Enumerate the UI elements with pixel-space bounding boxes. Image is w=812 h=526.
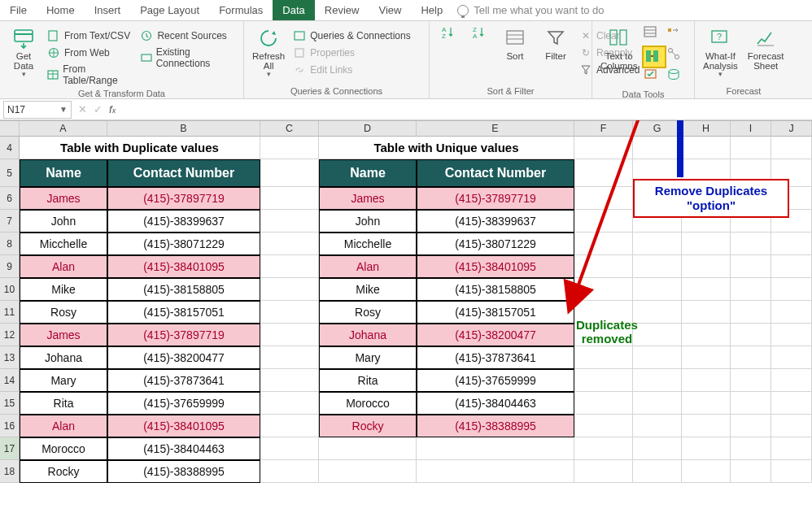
cell[interactable]	[633, 301, 682, 324]
menu-file[interactable]: File	[0, 0, 37, 20]
cell[interactable]	[771, 437, 812, 460]
col-header[interactable]: A	[20, 121, 107, 137]
cell-name[interactable]: Alan	[319, 255, 417, 278]
cell-name[interactable]: Micchelle	[20, 233, 107, 255]
cell[interactable]	[731, 301, 771, 324]
cell-name[interactable]: Mike	[319, 278, 417, 301]
get-data-button[interactable]: Get Data ▾	[5, 24, 42, 80]
cell[interactable]	[574, 159, 633, 187]
cell[interactable]	[260, 415, 319, 437]
cell[interactable]	[574, 369, 633, 392]
cell[interactable]	[633, 460, 682, 483]
cell[interactable]	[731, 369, 771, 392]
sort-asc-button[interactable]: AZ	[434, 24, 462, 41]
cell[interactable]	[771, 392, 812, 415]
filter-button[interactable]: Filter	[537, 24, 574, 63]
cell[interactable]	[260, 437, 319, 460]
tell-me-search[interactable]: Tell me what you want to do	[457, 0, 604, 20]
cell-contact[interactable]: (415)-37659999	[107, 392, 260, 415]
formula-input[interactable]	[122, 101, 812, 119]
col-header[interactable]: C	[260, 121, 319, 137]
col-header[interactable]: D	[319, 121, 417, 137]
from-table-range-button[interactable]: From Table/Range	[46, 63, 135, 87]
sort-button[interactable]: Sort	[496, 24, 534, 63]
from-web-button[interactable]: From Web	[46, 46, 135, 60]
cell[interactable]	[574, 415, 633, 437]
cell[interactable]	[682, 301, 731, 324]
cell[interactable]	[417, 460, 574, 483]
cell-name[interactable]: James	[319, 187, 417, 210]
cell-name[interactable]: Johana	[319, 324, 417, 346]
menu-help[interactable]: Help	[411, 0, 452, 20]
cell[interactable]	[319, 460, 417, 483]
cell-name[interactable]: Alan	[20, 255, 107, 278]
col-header[interactable]: I	[731, 121, 771, 137]
cell[interactable]	[574, 437, 633, 460]
enter-icon[interactable]: ✓	[94, 103, 103, 115]
cell-name[interactable]: Johana	[20, 346, 107, 369]
row-header[interactable]: 16	[0, 415, 20, 437]
recent-sources-button[interactable]: Recent Sources	[138, 28, 238, 43]
row-header[interactable]: 7	[0, 210, 20, 233]
row-header[interactable]: 12	[0, 324, 20, 346]
cell[interactable]	[574, 392, 633, 415]
cell[interactable]	[771, 460, 812, 483]
cell-name[interactable]: Alan	[20, 415, 107, 437]
cell-name[interactable]: Rita	[319, 369, 417, 392]
cell-name[interactable]: Mike	[20, 278, 107, 301]
cell-contact[interactable]: (415)-38071229	[417, 233, 574, 255]
cell[interactable]	[260, 392, 319, 415]
cell[interactable]	[682, 324, 731, 346]
cell[interactable]	[633, 415, 682, 437]
cell-name[interactable]: James	[20, 324, 107, 346]
cell-contact[interactable]: (415)-38404463	[417, 392, 574, 415]
cell[interactable]	[682, 437, 731, 460]
cell[interactable]	[417, 437, 574, 460]
cell[interactable]	[682, 137, 731, 159]
cell[interactable]	[633, 278, 682, 301]
cell[interactable]	[574, 278, 633, 301]
cell-contact[interactable]: (415)-38157051	[107, 301, 260, 324]
from-text-csv-button[interactable]: From Text/CSV	[46, 28, 135, 43]
cell[interactable]	[682, 415, 731, 437]
cell-name[interactable]: Rocky	[20, 460, 107, 483]
row-header[interactable]: 14	[0, 369, 20, 392]
cell-contact[interactable]: (415)-38388995	[417, 415, 574, 437]
data-model-icon[interactable]	[666, 68, 679, 81]
cell-contact[interactable]: (415)-38401095	[107, 255, 260, 278]
cell[interactable]	[574, 346, 633, 369]
cell-contact[interactable]: (415)-37897719	[107, 187, 260, 210]
relationships-icon[interactable]	[666, 47, 679, 60]
row-header[interactable]: 9	[0, 255, 20, 278]
cell[interactable]	[633, 369, 682, 392]
cell-name[interactable]: Mary	[319, 346, 417, 369]
cell-contact[interactable]: (415)-38399637	[107, 210, 260, 233]
cell[interactable]	[260, 278, 319, 301]
cell-contact[interactable]: (415)-37897719	[107, 324, 260, 346]
cell-contact[interactable]: (415)-38071229	[107, 233, 260, 255]
cell[interactable]	[260, 255, 319, 278]
cell-contact[interactable]: (415)-38200477	[417, 324, 574, 346]
cell[interactable]	[260, 369, 319, 392]
fx-icon[interactable]: fx	[109, 103, 116, 115]
cell-contact[interactable]: (415)-38388995	[107, 460, 260, 483]
row-header[interactable]: 18	[0, 460, 20, 483]
cell[interactable]	[260, 324, 319, 346]
col-header[interactable]: H	[682, 121, 731, 137]
cell-name[interactable]: Rita	[20, 392, 107, 415]
cell[interactable]	[260, 137, 319, 159]
text-to-columns-button[interactable]: Text to Columns	[597, 24, 640, 72]
cell-contact[interactable]: (415)-37897719	[417, 187, 574, 210]
cell-contact[interactable]: (415)-37873641	[107, 369, 260, 392]
remove-duplicates-button[interactable]	[644, 47, 665, 67]
cell[interactable]	[633, 392, 682, 415]
cell[interactable]	[574, 210, 633, 233]
cell[interactable]	[574, 137, 633, 159]
cell[interactable]	[260, 346, 319, 369]
refresh-all-button[interactable]: Refresh All ▾	[249, 24, 288, 80]
cell[interactable]	[633, 233, 682, 255]
cell[interactable]	[260, 210, 319, 233]
row-header[interactable]: 8	[0, 233, 20, 255]
cell[interactable]	[771, 137, 812, 159]
cell-name[interactable]: John	[20, 210, 107, 233]
